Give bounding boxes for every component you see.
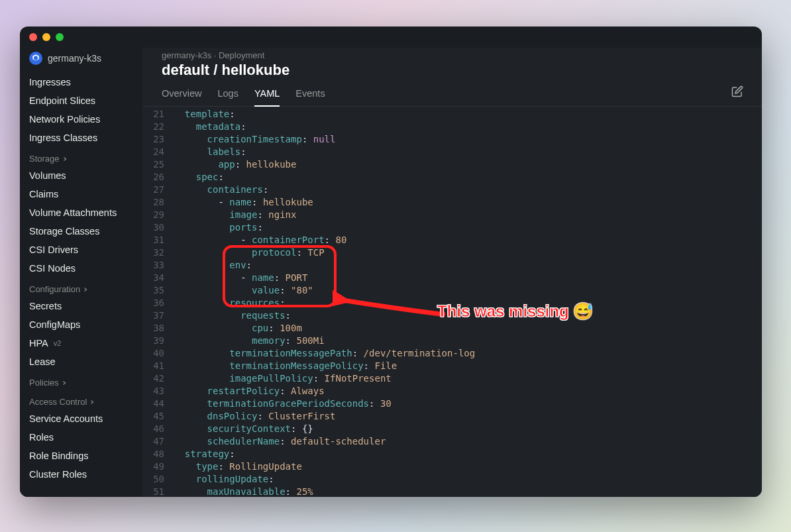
code-line: 26 spec:	[143, 171, 762, 184]
code-line: 45 dnsPolicy: ClusterFirst	[143, 410, 762, 423]
sidebar-item-label: Volume Attachments	[29, 207, 117, 218]
chevron-right-icon	[62, 380, 67, 386]
sidebar-item-ingress-classes[interactable]: Ingress Classes	[20, 129, 142, 147]
code-content: maxUnavailable: 25%	[174, 486, 762, 497]
main-content: germany-k3s · Deployment default / hello…	[143, 48, 762, 497]
code-line: 44 terminationGracePeriodSeconds: 30	[143, 398, 762, 410]
line-number: 51	[143, 486, 174, 497]
sidebar-item-csi-nodes[interactable]: CSI Nodes	[20, 259, 142, 278]
yaml-editor[interactable]: 21 template:22 metadata:23 creationTimes…	[143, 107, 762, 497]
sidebar-item-label: Service Accounts	[29, 413, 103, 424]
line-number: 49	[143, 460, 174, 473]
code-line: 27 containers:	[143, 184, 762, 196]
sidebar-item-storage-classes[interactable]: Storage Classes	[20, 222, 142, 240]
sidebar-group-policies[interactable]: Policies	[20, 371, 142, 390]
cluster-selector[interactable]: germany-k3s	[20, 48, 142, 73]
sidebar-item-claims[interactable]: Claims	[20, 185, 142, 203]
sidebar-item-role-bindings[interactable]: Role Bindings	[20, 447, 142, 465]
sidebar-item-lease[interactable]: Lease	[20, 352, 142, 371]
app-window: germany-k3s IngressesEndpoint SlicesNetw…	[20, 27, 762, 497]
code-line: 37 requests:	[143, 309, 762, 322]
code-content: env:	[174, 259, 762, 272]
sidebar-item-label: Network Policies	[29, 114, 100, 125]
line-number: 37	[143, 309, 174, 322]
line-number: 40	[143, 347, 174, 360]
line-number: 26	[143, 171, 174, 184]
code-line: 46 securityContext: {}	[143, 423, 762, 435]
sidebar-group-access-control[interactable]: Access Control	[20, 390, 142, 409]
breadcrumb: germany-k3s · Deployment	[143, 48, 762, 60]
sidebar-item-label: Lease	[29, 356, 56, 367]
code-content: securityContext: {}	[174, 423, 762, 435]
sidebar-group-configuration[interactable]: Configuration	[20, 278, 142, 297]
tab-yaml[interactable]: YAML	[254, 88, 280, 107]
line-number: 44	[143, 398, 174, 410]
tab-events[interactable]: Events	[295, 88, 325, 106]
code-line: 30 ports:	[143, 221, 762, 234]
tabs: Overview Logs YAML Events	[143, 84, 762, 107]
code-content: dnsPolicy: ClusterFirst	[174, 410, 762, 423]
sidebar-item-label: Ingresses	[29, 77, 71, 87]
sidebar-item-volumes[interactable]: Volumes	[20, 166, 142, 185]
code-content: terminationGracePeriodSeconds: 30	[174, 398, 762, 410]
sidebar-group-storage[interactable]: Storage	[20, 147, 142, 166]
code-line: 35 value: "80"	[143, 284, 762, 297]
code-content: type: RollingUpdate	[174, 460, 762, 473]
sidebar-item-cluster-roles[interactable]: Cluster Roles	[20, 465, 142, 484]
tab-logs[interactable]: Logs	[217, 88, 238, 106]
code-line: 36 resources:	[143, 297, 762, 309]
line-number: 45	[143, 410, 174, 423]
code-line: 51 maxUnavailable: 25%	[143, 486, 762, 497]
line-number: 21	[143, 108, 174, 121]
line-number: 27	[143, 184, 174, 196]
line-number: 32	[143, 246, 174, 259]
close-window-button[interactable]	[29, 33, 37, 41]
sidebar-item-configmaps[interactable]: ConfigMaps	[20, 315, 142, 334]
maximize-window-button[interactable]	[56, 33, 64, 41]
sidebar-item-label: Cluster Roles	[29, 469, 87, 480]
sidebar: germany-k3s IngressesEndpoint SlicesNetw…	[20, 48, 143, 497]
sidebar-item-csi-drivers[interactable]: CSI Drivers	[20, 240, 142, 259]
code-content: restartPolicy: Always	[174, 385, 762, 398]
sidebar-item-label: CSI Nodes	[29, 263, 76, 274]
line-number: 43	[143, 385, 174, 398]
tab-overview[interactable]: Overview	[162, 88, 201, 106]
sidebar-item-roles[interactable]: Roles	[20, 428, 142, 447]
code-line: 29 image: nginx	[143, 209, 762, 221]
code-content: metadata:	[174, 121, 762, 133]
sidebar-item-label: Storage Classes	[29, 226, 99, 237]
code-line: 39 memory: 500Mi	[143, 335, 762, 347]
code-content: cpu: 100m	[174, 322, 762, 335]
line-number: 50	[143, 473, 174, 486]
code-line: 41 terminationMessagePolicy: File	[143, 360, 762, 372]
code-line: 28 - name: hellokube	[143, 196, 762, 209]
code-line: 23 creationTimestamp: null	[143, 133, 762, 146]
sidebar-item-secrets[interactable]: Secrets	[20, 297, 142, 315]
sidebar-item-endpoint-slices[interactable]: Endpoint Slices	[20, 91, 142, 110]
line-number: 23	[143, 133, 174, 146]
line-number: 31	[143, 234, 174, 246]
minimize-window-button[interactable]	[42, 33, 50, 41]
sidebar-item-service-accounts[interactable]: Service Accounts	[20, 409, 142, 428]
edit-button[interactable]	[731, 85, 743, 100]
code-line: 38 cpu: 100m	[143, 322, 762, 335]
sidebar-item-network-policies[interactable]: Network Policies	[20, 110, 142, 129]
line-number: 36	[143, 297, 174, 309]
code-content: schedulerName: default-scheduler	[174, 435, 762, 448]
line-number: 47	[143, 435, 174, 448]
code-line: 22 metadata:	[143, 121, 762, 133]
line-number: 34	[143, 272, 174, 284]
line-number: 22	[143, 121, 174, 133]
line-number: 42	[143, 372, 174, 385]
sidebar-item-label: Endpoint Slices	[29, 95, 95, 106]
code-line: 21 template:	[143, 108, 762, 121]
sidebar-item-volume-attachments[interactable]: Volume Attachments	[20, 203, 142, 222]
sidebar-item-hpa[interactable]: HPA v2	[20, 334, 142, 352]
code-line: 40 terminationMessagePath: /dev/terminat…	[143, 347, 762, 360]
sidebar-item-label: HPA	[29, 338, 48, 348]
code-line: 24 labels:	[143, 146, 762, 158]
code-line: 49 type: RollingUpdate	[143, 460, 762, 473]
code-content: creationTimestamp: null	[174, 133, 762, 146]
sidebar-item-ingresses[interactable]: Ingresses	[20, 73, 142, 91]
code-line: 34 - name: PORT	[143, 272, 762, 284]
